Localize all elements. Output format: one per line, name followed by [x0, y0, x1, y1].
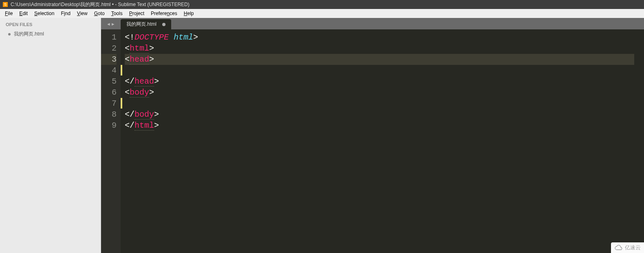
dirty-indicator-icon [8, 33, 11, 36]
app-icon: S [2, 2, 8, 7]
menu-find[interactable]: Find [57, 10, 73, 17]
line-number: 5 [101, 76, 117, 87]
menu-project[interactable]: Project [126, 10, 148, 17]
tab-next-icon[interactable]: ▸ [112, 21, 115, 27]
tab-active[interactable]: 我的网页.html [121, 19, 171, 29]
line-number: 1 [101, 32, 117, 43]
menubar: File Edit Selection Find View Goto Tools… [0, 9, 644, 18]
code-area[interactable]: 123456789 <!DOCTYPE html><html><head> </… [101, 29, 644, 253]
menu-preferences[interactable]: Preferences [148, 10, 181, 17]
menu-file[interactable]: File [2, 10, 16, 17]
code-line[interactable]: </body> [125, 109, 634, 120]
menu-view[interactable]: View [74, 10, 91, 17]
editor-area: ◂ ▸ 我的网页.html 123456789 <!DOCTYPE html><… [101, 18, 644, 253]
window-title: C:\Users\Administrator\Desktop\我的网页.html… [11, 1, 190, 8]
gutter: 123456789 [101, 29, 121, 253]
code-line[interactable]: </head> [125, 76, 634, 87]
line-number: 8 [101, 109, 117, 120]
menu-goto[interactable]: Goto [91, 10, 108, 17]
main-area: OPEN FILES 我的网页.html ◂ ▸ 我的网页.html 12345… [0, 18, 644, 253]
line-number: 9 [101, 120, 117, 131]
cloud-icon [614, 245, 623, 251]
svg-text:S: S [4, 2, 7, 7]
titlebar: S C:\Users\Administrator\Desktop\我的网页.ht… [0, 0, 644, 9]
code-line[interactable]: <head> [125, 54, 634, 65]
menu-selection[interactable]: Selection [31, 10, 57, 17]
code-line[interactable] [125, 65, 634, 76]
code-content[interactable]: <!DOCTYPE html><html><head> </head><body… [125, 29, 634, 253]
sidebar: OPEN FILES 我的网页.html [0, 18, 101, 253]
tab-dirty-icon [162, 23, 165, 26]
fold-mark-icon [121, 65, 122, 75]
fold-mark-icon [121, 98, 122, 109]
tab-row: ◂ ▸ 我的网页.html [101, 18, 644, 29]
open-files-header: OPEN FILES [0, 18, 101, 29]
line-number: 7 [101, 98, 117, 109]
watermark-label: 亿速云 [625, 244, 641, 251]
code-line[interactable]: </html> [125, 120, 634, 131]
line-number: 3 [101, 54, 117, 65]
code-line[interactable]: <body> [125, 87, 634, 98]
code-line[interactable]: <!DOCTYPE html> [125, 32, 634, 43]
line-number: 6 [101, 87, 117, 98]
minimap[interactable] [634, 29, 644, 253]
menu-edit[interactable]: Edit [16, 10, 31, 17]
menu-help[interactable]: Help [181, 10, 197, 17]
code-line[interactable]: <html> [125, 43, 634, 54]
menu-tools[interactable]: Tools [108, 10, 126, 17]
line-number: 2 [101, 43, 117, 54]
fold-marks [121, 29, 125, 253]
watermark: 亿速云 [611, 242, 644, 253]
line-number: 4 [101, 65, 117, 76]
tab-prev-icon[interactable]: ◂ [107, 21, 110, 27]
code-line[interactable] [125, 98, 634, 109]
open-file-label: 我的网页.html [14, 31, 44, 38]
tab-nav: ◂ ▸ [101, 18, 121, 29]
tab-label: 我的网页.html [126, 21, 157, 28]
open-file-item[interactable]: 我的网页.html [0, 29, 101, 39]
